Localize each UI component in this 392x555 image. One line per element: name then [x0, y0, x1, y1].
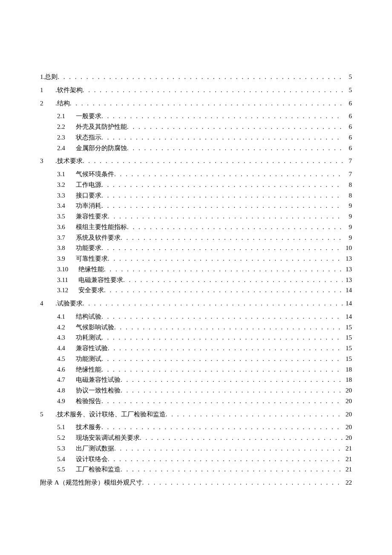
toc-sub: 3.6 — [57, 222, 72, 232]
toc-subsection: 2.4 金属部分的防腐蚀 6 — [57, 143, 352, 154]
toc-leader — [101, 200, 343, 211]
toc-subsection: 5.4 设计联络会 21 — [57, 454, 352, 465]
toc-title: 一般要求 — [76, 111, 101, 122]
toc-leader — [114, 169, 343, 180]
toc-sub: 2.1 — [57, 111, 72, 122]
toc-title: 电磁兼容性试验 — [76, 375, 121, 385]
toc-leader — [101, 332, 343, 343]
toc-page: 21 — [343, 464, 352, 475]
toc-sub: 4.5 — [57, 354, 72, 364]
toc-title: 协议一致性检验 — [76, 385, 121, 396]
toc-section-3: 3 .技术要求 7 — [40, 156, 352, 166]
toc-page: 13 — [343, 264, 352, 275]
toc-sub: 3.9 — [57, 253, 72, 264]
toc-page: 15 — [343, 343, 352, 354]
toc-section-5: 5 .技术服务、设计联络、工厂检验和监造 20 — [40, 409, 352, 420]
toc-subsection: 4.4 兼容性试验 15 — [57, 343, 352, 354]
toc-title: 绝缘性能 — [76, 364, 101, 375]
toc-subsection: 3.4 功率消耗 9 — [57, 200, 352, 211]
toc-title: .技术服务、设计联络、工厂检验和监造 — [55, 409, 166, 420]
toc-sub: 3.7 — [57, 232, 72, 243]
toc-page: 8 — [343, 180, 352, 190]
toc-page: 5 — [343, 72, 352, 82]
toc-sub: 4.8 — [57, 385, 72, 396]
toc-title: 1.总则 — [40, 72, 58, 82]
toc-leader — [101, 190, 343, 201]
toc-title: 功耗测试 — [76, 332, 101, 343]
toc-page: 14 — [343, 285, 352, 296]
toc-title: 接口要求 — [76, 190, 101, 201]
toc-title: 可靠性要求 — [76, 253, 108, 264]
toc-title: 兼容性试验 — [76, 343, 108, 354]
toc-page: 7 — [343, 169, 352, 180]
toc-subsection: 5.2 现场安装调试相关要求 20 — [57, 433, 352, 443]
toc-sub: 3.4 — [57, 200, 72, 211]
toc-leader — [83, 156, 343, 166]
toc-leader — [108, 253, 343, 264]
toc-title: 设计联络会 — [76, 454, 108, 465]
toc-title: 模组主要性能指标 — [76, 222, 127, 232]
toc-leader — [101, 243, 343, 253]
toc-leader — [58, 72, 343, 82]
toc-sub: 3.8 — [57, 243, 72, 253]
toc-sub: 3.10 — [57, 264, 75, 275]
toc-page: 15 — [343, 354, 352, 364]
toc-subsection: 2.3 状态指示 6 — [57, 132, 352, 143]
toc-subsection: 4.2 气候影响试验 15 — [57, 322, 352, 333]
toc-leader — [121, 375, 343, 385]
toc-title: 技术服务 — [76, 422, 101, 433]
toc-subsection: 5.5 工厂检验和监造 21 — [57, 464, 352, 475]
toc-page: 18 — [343, 375, 352, 385]
toc-title: 安全要求 — [78, 285, 104, 296]
toc-subsection: 4.5 功能测试 15 — [57, 354, 352, 364]
toc-sub: 3.5 — [57, 211, 72, 222]
toc-sub: 5.5 — [57, 464, 72, 475]
toc-subsection: 3.8 功能要求 10 — [57, 243, 352, 253]
toc-leader — [101, 396, 343, 407]
toc-title: 系统及软件要求 — [76, 232, 121, 243]
toc-num: 5 — [40, 409, 51, 420]
toc-title: 功能测试 — [76, 354, 101, 364]
toc-leader — [127, 122, 343, 132]
toc-title: .结构 — [55, 98, 70, 109]
toc-leader — [127, 222, 343, 232]
toc-title: 金属部分的防腐蚀 — [76, 143, 127, 154]
toc-leader — [114, 322, 343, 333]
toc-subsection: 4.1 结构试验 14 — [57, 311, 352, 322]
toc-page: 20 — [343, 396, 352, 407]
toc-leader — [108, 343, 343, 354]
toc-title: .技术要求 — [55, 156, 83, 166]
toc-leader — [121, 232, 343, 243]
toc-num: 4 — [40, 298, 51, 309]
toc-page: 6 — [343, 122, 352, 132]
toc-page: 6 — [343, 111, 352, 122]
toc-num: 3 — [40, 156, 51, 166]
toc-subsection: 3.7 系统及软件要求 9 — [57, 232, 352, 243]
toc-leader — [70, 98, 343, 109]
toc-page: 20 — [343, 433, 352, 443]
toc-section-4: 4 .试验要求 14 — [40, 298, 352, 309]
toc-sub: 4.6 — [57, 364, 72, 375]
toc-title: 绝缘性能 — [78, 264, 104, 275]
toc-sub: 4.9 — [57, 396, 72, 407]
toc-leader — [140, 433, 343, 443]
toc-subsection: 4.7 电磁兼容性试验 18 — [57, 375, 352, 385]
toc-page: 15 — [343, 332, 352, 343]
toc-title: 现场安装调试相关要求 — [76, 433, 140, 443]
toc-page: 6 — [343, 132, 352, 143]
toc-title: 功能要求 — [76, 243, 101, 253]
toc-title: .试验要求 — [55, 298, 83, 309]
toc-page: 9 — [343, 222, 352, 232]
toc-page: 6 — [343, 143, 352, 154]
toc-leader — [101, 311, 343, 322]
toc-subsection: 3.3 接口要求 8 — [57, 190, 352, 201]
toc-title: .软件架构 — [55, 85, 83, 96]
toc-appendix-a: 附录 A（规范性附录）模组外观尺寸 22 — [40, 477, 352, 488]
toc-subsection: 2.2 外壳及其防护性能 6 — [57, 122, 352, 132]
toc-sub: 3.12 — [57, 285, 75, 296]
toc-sub: 2.4 — [57, 143, 72, 154]
toc-sub: 4.1 — [57, 311, 72, 322]
toc-title: 检验报告 — [76, 396, 101, 407]
toc-page: 9 — [343, 232, 352, 243]
table-of-contents: 1.总则 5 1 .软件架构 5 2 .结构 6 2.1 一般要求 6 2.2 … — [40, 72, 352, 488]
